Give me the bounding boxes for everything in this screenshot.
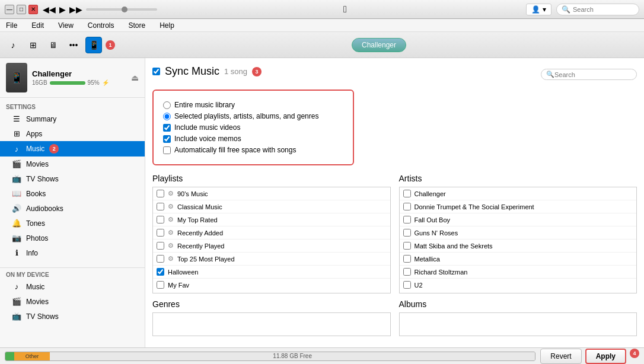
play-button[interactable]: ▶	[59, 5, 66, 14]
gear-icon-4: ⚙	[168, 242, 174, 250]
user-chevron: ▾	[543, 5, 546, 14]
sidebar-item-info[interactable]: ℹ Info	[0, 245, 145, 260]
sidebar-item-dev-movies[interactable]: 🎬 Movies	[0, 294, 145, 309]
radio-selected[interactable]	[163, 113, 171, 120]
music-icon: ♪	[12, 145, 21, 154]
sidebar-item-tvshows[interactable]: 📺 TV Shows	[0, 171, 145, 186]
window-controls[interactable]: — □ ✕	[5, 5, 38, 14]
apps-icon: ⊞	[12, 129, 21, 138]
sidebar-item-movies[interactable]: 🎬 Movies	[0, 157, 145, 171]
sidebar-item-summary[interactable]: ☰ Summary	[0, 111, 145, 126]
forward-button[interactable]: ▶▶	[69, 5, 82, 14]
menu-store[interactable]: Store	[125, 20, 149, 31]
menu-help[interactable]: Help	[156, 20, 178, 31]
device-icon: 📱	[6, 63, 27, 92]
playlist-checkbox-0[interactable]	[157, 190, 164, 197]
playlists-heading: Playlists	[152, 174, 391, 183]
check-autofill-row: Automatically fill free space with songs	[163, 146, 343, 154]
maximize-button[interactable]: □	[17, 5, 26, 14]
check-videos[interactable]	[163, 124, 171, 132]
playlist-checkbox-5[interactable]	[157, 255, 164, 263]
playlist-checkbox-6[interactable]	[157, 268, 164, 276]
minimize-button[interactable]: —	[5, 5, 14, 14]
sidebar-item-music[interactable]: ♪ Music 2	[0, 141, 145, 157]
toolbar-screen-icon[interactable]: 🖥	[45, 37, 62, 53]
artist-checkbox-4[interactable]	[403, 242, 411, 250]
artist-checkbox-1[interactable]	[403, 203, 411, 210]
playlist-label-6: Halloween	[168, 269, 198, 276]
sidebar-item-label-summary: Summary	[26, 115, 56, 123]
sidebar-item-apps[interactable]: ⊞ Apps	[0, 126, 145, 141]
menu-edit[interactable]: Edit	[28, 20, 47, 31]
revert-button[interactable]: Revert	[540, 349, 581, 364]
other-segment: Other	[14, 352, 50, 360]
playlist-checkbox-1[interactable]	[157, 203, 164, 210]
playlist-checkbox-3[interactable]	[157, 229, 164, 237]
toolbar-music-icon[interactable]: ♪	[5, 37, 21, 53]
artists-list[interactable]: Challenger Donnie Trumpet & The Social E…	[399, 187, 637, 293]
sidebar-item-label-dev-movies: Movies	[26, 298, 49, 306]
settings-section: Settings ☰ Summary ⊞ Apps ♪ Music 2 🎬 Mo…	[0, 98, 145, 263]
transport-bar[interactable]	[86, 8, 157, 11]
sync-search-input[interactable]	[554, 71, 632, 78]
menu-file[interactable]: File	[2, 20, 21, 31]
sidebar-item-dev-music[interactable]: ♪ Music	[0, 279, 145, 294]
check-autofill[interactable]	[163, 146, 171, 154]
sidebar-item-label-dev-music: Music	[26, 283, 44, 291]
artists-section: Artists Challenger Donnie Trumpet & The …	[399, 174, 637, 293]
artist-label-3: Guns N' Roses	[415, 229, 458, 237]
artist-checkbox-5[interactable]	[403, 255, 411, 263]
genres-list[interactable]	[152, 312, 391, 336]
playlists-section: Playlists ⚙ 90's Music ⚙ Classical Music	[152, 174, 391, 293]
list-item: My Fav	[153, 279, 390, 291]
info-icon: ℹ	[12, 248, 21, 257]
sidebar-item-photos[interactable]: 📷 Photos	[0, 231, 145, 245]
sidebar-item-label-photos: Photos	[26, 234, 48, 242]
radio-entire[interactable]	[163, 101, 171, 109]
menu-view[interactable]: View	[55, 20, 77, 31]
artist-checkbox-0[interactable]	[403, 190, 411, 197]
list-item: Challenger	[400, 187, 637, 200]
toolbar-grid-icon[interactable]: ⊞	[25, 37, 42, 53]
two-column-section: Playlists ⚙ 90's Music ⚙ Classical Music	[152, 174, 637, 293]
sidebar-item-dev-tvshows[interactable]: 📺 TV Shows	[0, 309, 145, 324]
toolbar-device-icon[interactable]: 📱	[85, 37, 102, 53]
status-bar: Other 11.88 GB Free Revert Apply 4	[0, 347, 644, 364]
device-name-button[interactable]: Challenger	[352, 38, 406, 52]
sync-music-checkbox[interactable]	[152, 68, 160, 75]
check-voice[interactable]	[163, 135, 171, 143]
sidebar-item-label-tvshows: TV Shows	[26, 175, 59, 183]
apply-button[interactable]: Apply	[585, 349, 626, 364]
playlist-checkbox-2[interactable]	[157, 216, 164, 223]
summary-icon: ☰	[12, 114, 21, 123]
on-my-device-label: On My Device	[0, 267, 145, 279]
sidebar-item-label-music: Music	[26, 145, 44, 153]
sidebar-item-books[interactable]: 📖 Books	[0, 186, 145, 201]
close-button[interactable]: ✕	[28, 5, 38, 14]
search-input[interactable]	[573, 6, 634, 13]
toolbar-more-icon[interactable]: •••	[65, 37, 82, 53]
artist-checkbox-3[interactable]	[403, 229, 411, 237]
list-item: ⚙ Recently Added	[153, 226, 390, 240]
artist-checkbox-2[interactable]	[403, 216, 411, 223]
artist-checkbox-7[interactable]	[403, 281, 411, 289]
albums-list[interactable]	[399, 312, 637, 336]
main-layout: 📱 Challenger 16GB 95% ⚡ ⏏ Settings ☰ Sum…	[0, 58, 644, 347]
radio-entire-label: Entire music library	[174, 101, 235, 109]
playlist-label-0: 90's Music	[177, 190, 208, 197]
device-header: 📱 Challenger 16GB 95% ⚡ ⏏	[0, 58, 145, 98]
artist-checkbox-6[interactable]	[403, 268, 411, 276]
eject-button[interactable]: ⏏	[131, 73, 139, 82]
back-button[interactable]: ◀◀	[43, 5, 56, 14]
playlist-checkbox-7[interactable]	[157, 281, 164, 289]
sidebar-item-tones[interactable]: 🔔 Tones	[0, 216, 145, 231]
playlists-list[interactable]: ⚙ 90's Music ⚙ Classical Music ⚙ My Top …	[152, 187, 391, 293]
user-account-button[interactable]: 👤 ▾	[526, 4, 551, 15]
toolbar: ♪ ⊞ 🖥 ••• 📱 1 Challenger	[0, 32, 644, 58]
menu-controls[interactable]: Controls	[84, 20, 118, 31]
sync-options-box: Entire music library Selected playlists,…	[152, 90, 354, 165]
sidebar-item-audiobooks[interactable]: 🔊 Audiobooks	[0, 201, 145, 216]
settings-section-label: Settings	[0, 100, 145, 111]
playlist-checkbox-4[interactable]	[157, 242, 164, 250]
dev-tvshows-icon: 📺	[12, 312, 21, 321]
